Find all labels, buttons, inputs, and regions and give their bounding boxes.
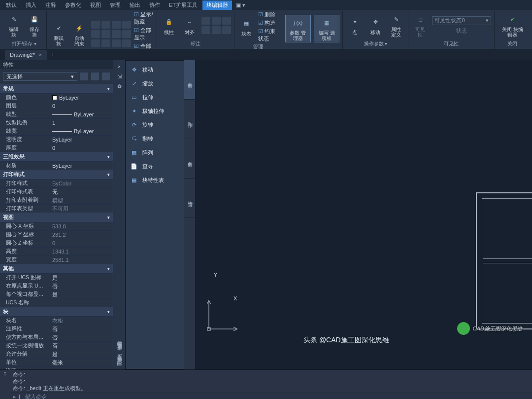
property-row[interactable]: 打印样式ByColor <box>0 179 113 187</box>
close-block-editor-button[interactable]: ✔关闭 块编辑器 <box>498 12 527 38</box>
palette-menu-icon[interactable]: ▤ <box>116 360 123 366</box>
save-block-button[interactable]: 💾保存 块 <box>26 12 43 38</box>
pin-icon[interactable]: ⇲ <box>116 73 123 80</box>
property-row[interactable]: 单位毫米 <box>0 358 113 366</box>
property-row[interactable]: 线型比例1 <box>0 118 113 127</box>
property-row[interactable]: 图层0 <box>0 102 113 110</box>
property-category[interactable]: 视图▾ <box>0 213 113 222</box>
palette-item[interactable]: ✥移动 <box>126 63 184 76</box>
menu-item-active[interactable]: 块编辑器 <box>202 0 232 10</box>
command-grip-icon[interactable]: ⠿ <box>0 370 10 399</box>
property-row[interactable]: 线宽ByLayer <box>0 127 113 135</box>
attribute-def-button[interactable]: ✎属性 定义 <box>387 12 405 38</box>
command-history: 命令: 命令: 命令: _bedit 正在重生成模型。 <box>10 370 532 393</box>
menu-item[interactable]: 参数化 <box>61 0 85 10</box>
property-row[interactable]: 允许分解是 <box>0 350 113 358</box>
selection-combo[interactable]: 无选择▾ <box>3 72 77 81</box>
ribbon-group-close: ✔关闭 块编辑器 关闭 <box>495 11 530 49</box>
palette-item[interactable]: ⟳旋转 <box>126 118 184 132</box>
geometry-icons[interactable] <box>91 21 131 47</box>
authoring-palette: ✥移动⤢缩放▭拉伸✦极轴拉伸⟳旋转⮎翻转▦阵列📄查寻▦块特性表 <box>125 60 184 369</box>
palette-item-icon: ⤢ <box>130 79 138 88</box>
property-row[interactable]: 使方向与布局…否 <box>0 333 113 341</box>
palette-item-icon: ✥ <box>130 65 138 74</box>
palette-item[interactable]: ▦阵列 <box>126 145 184 159</box>
palette-item[interactable]: ▭拉伸 <box>126 90 184 104</box>
palette-tab[interactable]: 动作 <box>184 100 195 139</box>
chevron-down-icon: ▾ <box>107 154 110 159</box>
drawing-canvas[interactable]: Y X CAD施工图深化思维 头条 @CAD施工图深化思维 <box>195 60 532 369</box>
property-row[interactable]: 材质ByLayer <box>0 161 113 170</box>
menu-item[interactable]: 输出 <box>126 0 144 10</box>
property-row[interactable]: UCS 名称 <box>0 298 113 307</box>
test-block-button[interactable]: ✔测试 块 <box>50 21 67 47</box>
property-row[interactable]: 圆心 Z 坐标0 <box>0 239 113 247</box>
property-row[interactable]: 线型ByLayer <box>0 110 113 118</box>
menu-item[interactable]: 插入 <box>22 0 40 10</box>
property-category[interactable]: 其他▾ <box>0 264 113 273</box>
close-icon[interactable]: × <box>116 63 123 70</box>
property-row[interactable]: 在原点显示 U…否 <box>0 282 113 290</box>
ribbon-group-action-params: ✦点 ✥移动 ✎属性 定义 操作参数 ▾ <box>343 11 408 49</box>
state-label: 状态 <box>432 27 491 35</box>
menu-item[interactable]: 默认 <box>2 0 21 10</box>
property-row[interactable]: 每个视口都显…是 <box>0 290 113 298</box>
property-row[interactable]: 注释性否 <box>0 325 113 333</box>
menu-item[interactable]: 协作 <box>145 0 164 10</box>
menu-item[interactable]: 视图 <box>86 0 105 10</box>
menu-item[interactable]: ET扩展工具 <box>165 0 201 10</box>
gear-icon[interactable]: ✿ <box>116 83 123 90</box>
property-row[interactable]: 圆心 X 坐标533.8 <box>0 222 113 230</box>
annotate-icons[interactable] <box>201 17 231 34</box>
property-row[interactable]: 宽度2581.1 <box>0 255 113 264</box>
visibility-button: ◻可见 性 <box>411 12 429 38</box>
align-button[interactable]: ↔对齐 <box>181 15 199 36</box>
point-button[interactable]: ✦点 <box>346 15 364 36</box>
property-category[interactable]: 常规▾ <box>0 84 113 93</box>
palette-category-tabs: 参数 动作 参数 约束 <box>184 60 195 369</box>
property-row[interactable]: 按统一比例缩放否 <box>0 341 113 350</box>
palette-tab[interactable]: 参数 <box>184 139 195 179</box>
menu-item[interactable]: 注释 <box>41 0 60 10</box>
property-row[interactable]: 厚度0 <box>0 144 113 152</box>
property-row[interactable]: 打印表附着到模型 <box>0 196 113 204</box>
palette-item[interactable]: ⤢缩放 <box>126 76 184 90</box>
property-row[interactable]: 块名衣柜 <box>0 316 113 325</box>
property-row[interactable]: 打印表类型不可用 <box>0 204 113 213</box>
property-row[interactable]: 颜色ByLayer <box>0 93 113 102</box>
document-tab[interactable]: Drawing2* × <box>5 50 47 60</box>
toutiao-watermark: 头条 @CAD施工图深化思维 <box>303 336 389 345</box>
palette-tab[interactable]: 参数 <box>184 60 195 100</box>
palette-item[interactable]: ✦极轴拉伸 <box>126 104 184 118</box>
menu-overflow-icon[interactable]: ▣ ▾ <box>236 2 245 8</box>
block-table-button[interactable]: ▦块表 <box>237 16 255 37</box>
property-row[interactable]: 打印样式表无 <box>0 187 113 196</box>
palette-item[interactable]: ⮎翻转 <box>126 132 184 145</box>
property-category[interactable]: 三维效果▾ <box>0 152 113 161</box>
authoring-palettes-button[interactable]: ▦编写 选项板 <box>314 15 339 42</box>
property-category[interactable]: 打印样式▾ <box>0 170 113 179</box>
edit-block-button[interactable]: ✎编辑 块 <box>5 12 23 38</box>
command-input[interactable]: ▸ 键入命令 <box>10 393 532 399</box>
palette-tab[interactable]: 约束 <box>184 179 195 218</box>
move-button[interactable]: ✥移动 <box>366 15 384 36</box>
menu-item[interactable]: 管理 <box>106 0 125 10</box>
quick-select-icon[interactable] <box>80 73 88 80</box>
palette-item[interactable]: 📄查寻 <box>126 159 184 173</box>
property-row[interactable]: 圆心 Y 坐标231.2 <box>0 230 113 239</box>
parameters-manager-button[interactable]: ƒ(x)参数 管理器 <box>285 15 311 42</box>
select-objects-icon[interactable] <box>102 73 110 80</box>
ribbon-group-visibility: ◻可见 性 可见性状态0▾ 状态 可见性 <box>408 11 495 49</box>
property-category[interactable]: 块▾ <box>0 307 113 316</box>
property-row[interactable]: 打开 UCS 图标是 <box>0 273 113 282</box>
auto-constrain-button[interactable]: ⚡自动 约束 <box>70 21 88 47</box>
visibility-state-combo[interactable]: 可见性状态0▾ <box>432 16 491 25</box>
property-row[interactable]: 高度1343.1 <box>0 247 113 255</box>
add-tab-button[interactable]: + <box>48 50 58 60</box>
linear-button[interactable]: 🔒线性 <box>160 15 178 36</box>
manage-checklist[interactable]: 删除 构造 约束状态 <box>258 11 278 42</box>
close-tab-icon[interactable]: × <box>39 52 42 58</box>
pick-add-icon[interactable] <box>91 73 99 80</box>
palette-item[interactable]: ▦块特性表 <box>126 173 184 187</box>
property-row[interactable]: 透明度ByLayer <box>0 135 113 144</box>
